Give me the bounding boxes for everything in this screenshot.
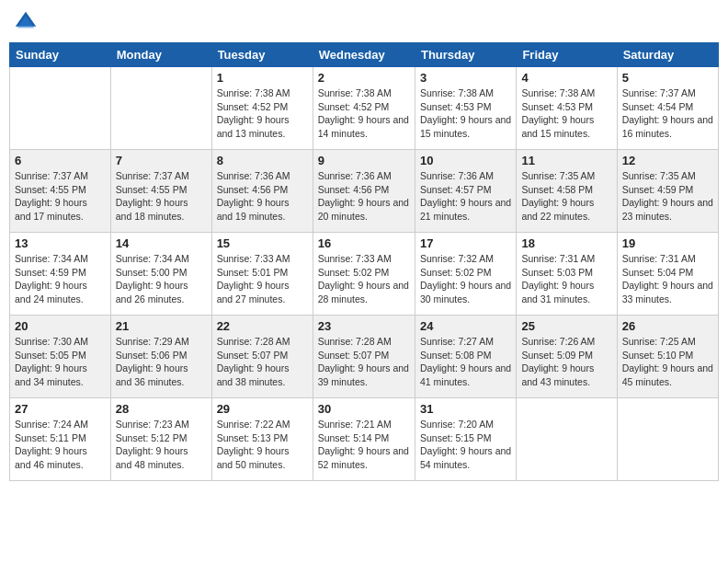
day-cell: 29Sunrise: 7:22 AMSunset: 5:13 PMDayligh… [211, 398, 313, 481]
day-number: 31 [420, 402, 511, 416]
day-cell: 23Sunrise: 7:28 AMSunset: 5:07 PMDayligh… [313, 316, 415, 398]
col-header-friday: Friday [517, 43, 617, 67]
day-number: 23 [318, 319, 410, 333]
day-detail: Sunrise: 7:28 AMSunset: 5:07 PMDaylight:… [217, 335, 308, 389]
week-row-1: 1Sunrise: 7:38 AMSunset: 4:52 PMDaylight… [10, 67, 719, 150]
day-number: 1 [217, 71, 308, 85]
day-detail: Sunrise: 7:26 AMSunset: 5:09 PMDaylight:… [521, 335, 611, 389]
day-detail: Sunrise: 7:25 AMSunset: 5:10 PMDaylight:… [622, 335, 713, 389]
day-number: 19 [622, 236, 713, 250]
day-detail: Sunrise: 7:33 AMSunset: 5:01 PMDaylight:… [217, 252, 308, 306]
day-cell: 21Sunrise: 7:29 AMSunset: 5:06 PMDayligh… [110, 316, 211, 398]
day-detail: Sunrise: 7:38 AMSunset: 4:53 PMDaylight:… [521, 86, 611, 141]
day-number: 21 [116, 319, 207, 333]
day-cell: 20Sunrise: 7:30 AMSunset: 5:05 PMDayligh… [10, 316, 111, 398]
day-number: 20 [15, 319, 106, 333]
day-detail: Sunrise: 7:38 AMSunset: 4:53 PMDaylight:… [420, 86, 511, 141]
day-cell: 5Sunrise: 7:37 AMSunset: 4:54 PMDaylight… [617, 67, 718, 150]
day-detail: Sunrise: 7:38 AMSunset: 4:52 PMDaylight:… [318, 86, 410, 141]
day-number: 12 [622, 154, 713, 167]
calendar-header-row: SundayMondayTuesdayWednesdayThursdayFrid… [10, 43, 719, 67]
week-row-5: 27Sunrise: 7:24 AMSunset: 5:11 PMDayligh… [10, 398, 719, 481]
day-detail: Sunrise: 7:35 AMSunset: 4:59 PMDaylight:… [622, 169, 713, 224]
day-number: 29 [217, 402, 308, 416]
day-cell: 7Sunrise: 7:37 AMSunset: 4:55 PMDaylight… [110, 150, 211, 233]
day-cell: 2Sunrise: 7:38 AMSunset: 4:52 PMDaylight… [313, 67, 415, 150]
day-number: 27 [15, 402, 106, 416]
day-cell: 18Sunrise: 7:31 AMSunset: 5:03 PMDayligh… [517, 233, 617, 316]
day-detail: Sunrise: 7:24 AMSunset: 5:11 PMDaylight:… [15, 418, 106, 472]
day-cell [10, 67, 111, 150]
day-detail: Sunrise: 7:32 AMSunset: 5:02 PMDaylight:… [420, 252, 511, 306]
day-detail: Sunrise: 7:31 AMSunset: 5:03 PMDaylight:… [521, 252, 611, 306]
day-number: 14 [116, 236, 207, 250]
day-cell: 6Sunrise: 7:37 AMSunset: 4:55 PMDaylight… [10, 150, 111, 233]
day-detail: Sunrise: 7:33 AMSunset: 5:02 PMDaylight:… [318, 252, 410, 306]
day-number: 24 [420, 319, 511, 333]
week-row-4: 20Sunrise: 7:30 AMSunset: 5:05 PMDayligh… [10, 316, 719, 398]
day-number: 18 [521, 236, 611, 250]
day-detail: Sunrise: 7:28 AMSunset: 5:07 PMDaylight:… [318, 335, 410, 389]
day-cell [110, 67, 211, 150]
day-detail: Sunrise: 7:38 AMSunset: 4:52 PMDaylight:… [217, 86, 308, 141]
day-cell: 3Sunrise: 7:38 AMSunset: 4:53 PMDaylight… [415, 67, 516, 150]
day-detail: Sunrise: 7:21 AMSunset: 5:14 PMDaylight:… [318, 418, 410, 472]
day-cell: 25Sunrise: 7:26 AMSunset: 5:09 PMDayligh… [517, 316, 617, 398]
day-detail: Sunrise: 7:27 AMSunset: 5:08 PMDaylight:… [420, 335, 511, 389]
day-detail: Sunrise: 7:36 AMSunset: 4:56 PMDaylight:… [217, 169, 308, 224]
day-detail: Sunrise: 7:37 AMSunset: 4:54 PMDaylight:… [622, 86, 713, 141]
day-cell: 27Sunrise: 7:24 AMSunset: 5:11 PMDayligh… [10, 398, 111, 481]
day-detail: Sunrise: 7:34 AMSunset: 4:59 PMDaylight:… [15, 252, 106, 306]
day-cell: 12Sunrise: 7:35 AMSunset: 4:59 PMDayligh… [617, 150, 718, 233]
day-cell: 15Sunrise: 7:33 AMSunset: 5:01 PMDayligh… [211, 233, 313, 316]
day-cell: 26Sunrise: 7:25 AMSunset: 5:10 PMDayligh… [617, 316, 718, 398]
week-row-2: 6Sunrise: 7:37 AMSunset: 4:55 PMDaylight… [10, 150, 719, 233]
col-header-tuesday: Tuesday [211, 43, 313, 67]
day-detail: Sunrise: 7:29 AMSunset: 5:06 PMDaylight:… [116, 335, 207, 389]
day-detail: Sunrise: 7:37 AMSunset: 4:55 PMDaylight:… [15, 169, 106, 224]
day-number: 9 [318, 154, 410, 167]
col-header-wednesday: Wednesday [313, 43, 415, 67]
day-cell [617, 398, 718, 481]
day-number: 28 [116, 402, 207, 416]
col-header-monday: Monday [110, 43, 211, 67]
day-number: 25 [521, 319, 611, 333]
day-number: 6 [15, 154, 106, 167]
day-cell: 17Sunrise: 7:32 AMSunset: 5:02 PMDayligh… [415, 233, 516, 316]
day-number: 4 [521, 71, 611, 85]
day-number: 2 [318, 71, 410, 85]
day-cell: 13Sunrise: 7:34 AMSunset: 4:59 PMDayligh… [10, 233, 111, 316]
day-number: 16 [318, 236, 410, 250]
day-cell: 24Sunrise: 7:27 AMSunset: 5:08 PMDayligh… [415, 316, 516, 398]
day-cell: 16Sunrise: 7:33 AMSunset: 5:02 PMDayligh… [313, 233, 415, 316]
day-cell [517, 398, 617, 481]
day-number: 10 [420, 154, 511, 167]
day-detail: Sunrise: 7:23 AMSunset: 5:12 PMDaylight:… [116, 418, 207, 472]
day-number: 8 [217, 154, 308, 167]
day-detail: Sunrise: 7:22 AMSunset: 5:13 PMDaylight:… [217, 418, 308, 472]
day-number: 17 [420, 236, 511, 250]
day-number: 30 [318, 402, 410, 416]
day-detail: Sunrise: 7:34 AMSunset: 5:00 PMDaylight:… [116, 252, 207, 306]
day-number: 3 [420, 71, 511, 85]
week-row-3: 13Sunrise: 7:34 AMSunset: 4:59 PMDayligh… [10, 233, 719, 316]
day-number: 15 [217, 236, 308, 250]
day-cell: 28Sunrise: 7:23 AMSunset: 5:12 PMDayligh… [110, 398, 211, 481]
day-cell: 11Sunrise: 7:35 AMSunset: 4:58 PMDayligh… [517, 150, 617, 233]
day-cell: 31Sunrise: 7:20 AMSunset: 5:15 PMDayligh… [415, 398, 516, 481]
day-detail: Sunrise: 7:36 AMSunset: 4:56 PMDaylight:… [318, 169, 410, 224]
day-number: 13 [15, 236, 106, 250]
page-header [9, 9, 719, 35]
col-header-saturday: Saturday [617, 43, 718, 67]
day-number: 7 [116, 154, 207, 167]
day-number: 22 [217, 319, 308, 333]
day-number: 11 [521, 154, 611, 167]
col-header-thursday: Thursday [415, 43, 516, 67]
day-number: 26 [622, 319, 713, 333]
day-cell: 30Sunrise: 7:21 AMSunset: 5:14 PMDayligh… [313, 398, 415, 481]
day-detail: Sunrise: 7:36 AMSunset: 4:57 PMDaylight:… [420, 169, 511, 224]
day-cell: 19Sunrise: 7:31 AMSunset: 5:04 PMDayligh… [617, 233, 718, 316]
logo-icon [13, 9, 39, 35]
day-number: 5 [622, 71, 713, 85]
day-detail: Sunrise: 7:31 AMSunset: 5:04 PMDaylight:… [622, 252, 713, 306]
